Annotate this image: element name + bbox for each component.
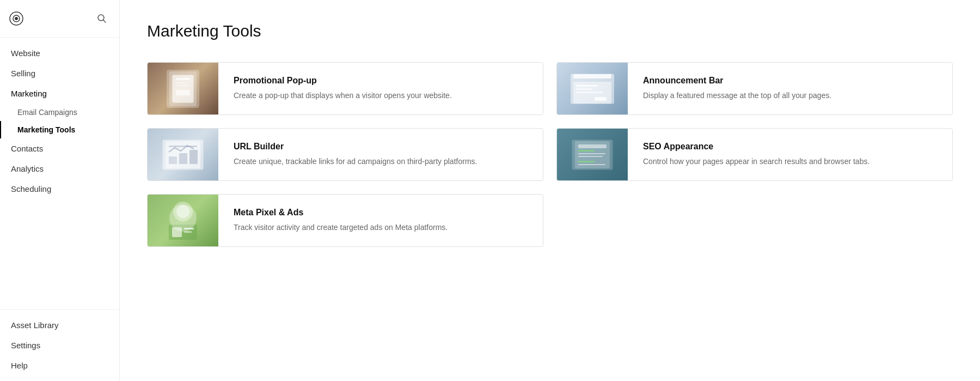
tool-image-meta-pixel — [148, 195, 218, 246]
svg-rect-29 — [172, 227, 182, 237]
tool-title-url-builder: URL Builder — [234, 142, 528, 152]
svg-rect-9 — [573, 82, 611, 104]
sidebar-header — [0, 0, 119, 38]
tool-content-url-builder: URL Builder Create unique, trackable lin… — [218, 129, 543, 180]
sidebar-item-marketing[interactable]: Marketing — [0, 83, 119, 104]
svg-rect-5 — [176, 82, 187, 83]
svg-rect-13 — [595, 97, 607, 101]
tool-title-promotional-popup: Promotional Pop-up — [234, 76, 528, 86]
tool-content-meta-pixel: Meta Pixel & Ads Track visitor activity … — [218, 195, 543, 246]
tool-title-announcement-bar: Announcement Bar — [643, 76, 937, 86]
svg-rect-14 — [166, 141, 200, 168]
svg-rect-8 — [573, 74, 611, 78]
svg-rect-12 — [576, 92, 603, 93]
svg-rect-11 — [576, 88, 592, 90]
tool-image-promotional-popup — [148, 63, 218, 114]
svg-rect-3 — [173, 75, 193, 103]
svg-rect-25 — [578, 164, 605, 165]
search-icon[interactable] — [94, 11, 109, 26]
sidebar: Website Selling Marketing Email Campaign… — [0, 0, 120, 381]
tool-desc-announcement-bar: Display a featured message at the top of… — [643, 90, 937, 101]
tool-image-announcement-bar — [557, 63, 628, 114]
tool-content-seo-appearance: SEO Appearance Control how your pages ap… — [628, 129, 952, 180]
tool-desc-promotional-popup: Create a pop-up that displays when a vis… — [234, 90, 528, 101]
tool-image-seo-appearance — [557, 129, 628, 180]
tool-content-announcement-bar: Announcement Bar Display a featured mess… — [628, 63, 952, 114]
sidebar-label-help: Help — [11, 361, 28, 370]
sidebar-item-website[interactable]: Website — [0, 43, 119, 63]
svg-rect-15 — [169, 146, 197, 147]
sidebar-label-selling: Selling — [11, 69, 35, 78]
tool-card-announcement-bar[interactable]: Announcement Bar Display a featured mess… — [556, 62, 953, 115]
sidebar-label-settings: Settings — [11, 341, 40, 350]
svg-rect-17 — [179, 153, 187, 164]
svg-point-27 — [176, 205, 189, 218]
tool-title-seo-appearance: SEO Appearance — [643, 142, 937, 152]
sidebar-item-help[interactable]: Help — [0, 355, 119, 376]
svg-rect-31 — [184, 231, 192, 233]
tool-card-url-builder[interactable]: URL Builder Create unique, trackable lin… — [147, 128, 543, 181]
sidebar-label-marketing-tools: Marketing Tools — [17, 125, 75, 134]
svg-rect-6 — [176, 85, 188, 86]
tool-card-meta-pixel[interactable]: Meta Pixel & Ads Track visitor activity … — [147, 194, 543, 247]
svg-rect-23 — [578, 156, 603, 157]
tool-content-promotional-popup: Promotional Pop-up Create a pop-up that … — [218, 63, 543, 114]
tool-desc-meta-pixel: Track visitor activity and create target… — [234, 222, 528, 233]
svg-rect-16 — [169, 156, 177, 164]
sidebar-item-contacts[interactable]: Contacts — [0, 138, 119, 159]
tool-desc-seo-appearance: Control how your pages appear in search … — [643, 156, 937, 167]
sidebar-item-settings[interactable]: Settings — [0, 335, 119, 355]
sidebar-label-website: Website — [11, 49, 40, 58]
sidebar-item-email-campaigns[interactable]: Email Campaigns — [0, 104, 119, 121]
svg-rect-4 — [176, 78, 190, 80]
tool-image-url-builder — [148, 129, 218, 180]
sidebar-nav: Website Selling Marketing Email Campaign… — [0, 38, 119, 309]
svg-rect-19 — [575, 141, 610, 168]
svg-rect-22 — [578, 153, 605, 154]
svg-line-1 — [103, 20, 106, 23]
sidebar-item-analytics[interactable]: Analytics — [0, 159, 119, 179]
svg-rect-20 — [578, 144, 607, 148]
svg-rect-21 — [578, 150, 595, 152]
sidebar-label-email-campaigns: Email Campaigns — [17, 108, 77, 117]
sidebar-footer: Asset Library Settings Help — [0, 309, 119, 381]
tool-desc-url-builder: Create unique, trackable links for ad ca… — [234, 156, 528, 167]
svg-rect-24 — [578, 161, 595, 162]
logo[interactable] — [8, 10, 25, 27]
page-title: Marketing Tools — [147, 22, 953, 40]
sidebar-label-contacts: Contacts — [11, 144, 43, 153]
sidebar-label-marketing: Marketing — [11, 89, 47, 98]
sidebar-item-selling[interactable]: Selling — [0, 63, 119, 83]
svg-rect-18 — [189, 150, 198, 164]
sidebar-item-marketing-tools[interactable]: Marketing Tools — [0, 121, 119, 138]
svg-rect-30 — [184, 228, 194, 229]
svg-rect-7 — [176, 90, 190, 95]
svg-point-26 — [173, 202, 193, 221]
svg-rect-2 — [169, 71, 197, 106]
tool-card-seo-appearance[interactable]: SEO Appearance Control how your pages ap… — [556, 128, 953, 181]
svg-rect-10 — [576, 85, 598, 87]
sidebar-label-analytics: Analytics — [11, 164, 44, 173]
sidebar-item-asset-library[interactable]: Asset Library — [0, 315, 119, 335]
tools-grid: Promotional Pop-up Create a pop-up that … — [147, 62, 953, 247]
tool-card-promotional-popup[interactable]: Promotional Pop-up Create a pop-up that … — [147, 62, 543, 115]
sidebar-item-scheduling[interactable]: Scheduling — [0, 179, 119, 199]
tool-title-meta-pixel: Meta Pixel & Ads — [234, 208, 528, 217]
main-content: Marketing Tools Promotional Pop-up Creat… — [120, 0, 980, 381]
sidebar-label-asset-library: Asset Library — [11, 320, 59, 330]
sidebar-label-scheduling: Scheduling — [11, 184, 51, 193]
